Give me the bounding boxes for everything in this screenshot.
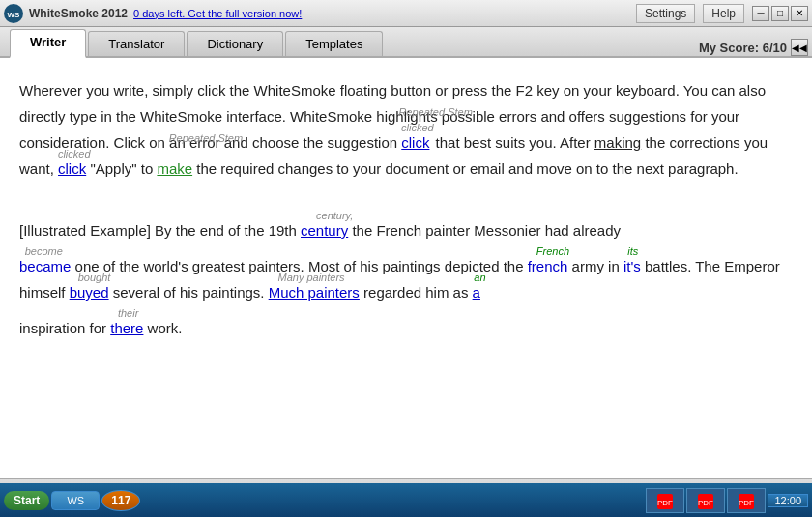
suggestion-click-wrapper2: clicked click [58, 160, 90, 177]
hint-its: its [627, 243, 638, 262]
taskbar-icon-2[interactable]: PDF [686, 488, 725, 513]
paragraph-4: inspiration for their there work. [19, 315, 793, 341]
text-work: work. [148, 320, 183, 336]
titlebar: WS WhiteSmoke 2012 0 days left. Get the … [0, 0, 812, 27]
paragraph-2: [Illustrated Example] By the end of the … [19, 217, 793, 244]
text-several: several of his paintings. [113, 284, 269, 301]
word-make[interactable]: make [157, 160, 192, 177]
app-name: WhiteSmoke 2012 [29, 7, 128, 20]
suggestion-much-painters-wrapper: Many painters Much painters [269, 284, 363, 301]
taskbar-item-badge[interactable]: 117 [102, 490, 140, 511]
taskbar-icon-3[interactable]: PDF [727, 488, 766, 513]
tabbar: Writer Translator Dictionary Templates M… [0, 27, 812, 58]
promo-link[interactable]: 0 days left. Get the full version now! [133, 8, 302, 19]
restore-button[interactable]: □ [771, 6, 789, 21]
suggestion-a-wrapper: an a [473, 284, 480, 301]
tab-writer[interactable]: Writer [10, 29, 86, 58]
taskbar-clock: 12:00 [768, 494, 808, 507]
tab-dictionary[interactable]: Dictionary [187, 31, 283, 56]
hint-french: French [536, 243, 569, 262]
hint-their: their [118, 304, 138, 324]
minimize-button[interactable]: ─ [752, 6, 769, 21]
start-button[interactable]: Start [4, 491, 49, 510]
text-illustrated: [Illustrated Example] By the end of the … [19, 222, 301, 239]
text-required: the required changes to your document or… [196, 160, 738, 177]
hint-clicked: clicked [58, 145, 91, 164]
text-army: army in [572, 258, 624, 274]
text-inspiration: inspiration for [19, 320, 110, 336]
tabbar-right: My Score: 6/10 ◀◀ [699, 39, 812, 56]
word-making[interactable]: making [594, 134, 641, 151]
svg-text:PDF: PDF [657, 499, 673, 507]
svg-text:WS: WS [8, 11, 21, 19]
suggestion-became-wrapper: become became [19, 258, 75, 274]
main-editor[interactable]: Wherever you write, simply click the Whi… [0, 58, 812, 478]
suggestion-make-wrapper2: Repeated Stem make [157, 160, 196, 177]
text-regarded: regarded him as [363, 284, 473, 301]
suggestion-buyed-wrapper: bought buyed [70, 284, 113, 301]
suggestion-their-wrapper: their there [110, 320, 147, 336]
taskbar: Start WS 117 PDF PDF PDF 12:00 [0, 483, 812, 517]
svg-text:PDF: PDF [739, 499, 754, 507]
tab-templates[interactable]: Templates [285, 31, 383, 56]
svg-text:PDF: PDF [698, 499, 713, 507]
help-menu-button[interactable]: Help [703, 4, 744, 23]
text-apply: "Apply" to [90, 160, 157, 177]
my-score: My Score: 6/10 [699, 41, 787, 55]
nav-back-button[interactable]: ◀◀ [791, 39, 808, 56]
paragraph-3: become became one of the world's greates… [19, 253, 793, 305]
close-button[interactable]: ✕ [791, 6, 808, 21]
hint-repeated-stem-1: Repeated Stem [398, 103, 472, 123]
suggestion-making-wrapper: making [594, 134, 646, 151]
hint-an: an [474, 269, 485, 288]
suggestion-clicks-wrapper: clicked click [401, 134, 433, 151]
taskbar-item-ws[interactable]: WS [51, 491, 100, 510]
settings-menu-button[interactable]: Settings [636, 4, 695, 23]
titlebar-left: WS WhiteSmoke 2012 0 days left. Get the … [4, 4, 302, 23]
tab-translator[interactable]: Translator [88, 31, 185, 56]
text-suits: that best suits you. After [436, 134, 594, 151]
text-french-painter: the French painter Messonier had already [352, 222, 621, 239]
paragraph-1: Wherever you write, simply click the Whi… [19, 77, 793, 182]
suggestion-french-wrapper: French french [528, 258, 572, 274]
app-logo-icon: WS [4, 4, 23, 23]
titlebar-right: Settings Help ─ □ ✕ [636, 4, 808, 23]
taskbar-icon-1[interactable]: PDF [646, 488, 684, 513]
hint-become: become [25, 243, 63, 262]
tabs-container: Writer Translator Dictionary Templates [10, 29, 385, 56]
suggestion-century-wrapper: century, century [301, 222, 352, 239]
suggestion-its-wrapper: its it's [624, 258, 645, 274]
hint-repeated-stem-2: Repeated Stem [169, 129, 243, 149]
hint-many-painters: Many painters [277, 269, 344, 288]
hint-century: century, [316, 207, 353, 226]
window-controls: ─ □ ✕ [752, 6, 808, 21]
hint-bought: bought [78, 269, 111, 288]
